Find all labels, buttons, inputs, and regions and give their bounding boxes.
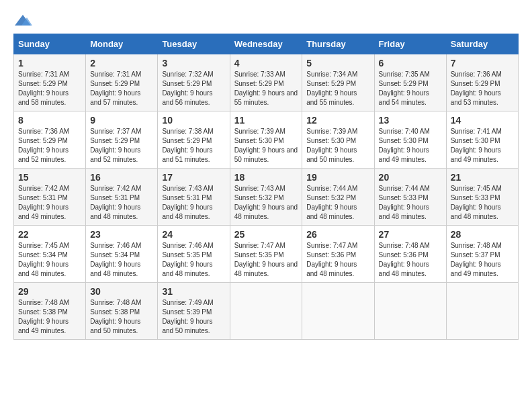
- calendar-cell: 14Sunrise: 7:41 AMSunset: 5:30 PMDayligh…: [446, 111, 518, 169]
- calendar-cell: 7Sunrise: 7:36 AMSunset: 5:29 PMDaylight…: [446, 54, 518, 111]
- day-detail: Sunrise: 7:36 AMSunset: 5:29 PMDaylight:…: [451, 70, 514, 107]
- calendar-week-row: 29Sunrise: 7:48 AMSunset: 5:38 PMDayligh…: [14, 283, 519, 340]
- day-detail: Sunrise: 7:41 AMSunset: 5:30 PMDaylight:…: [451, 127, 514, 165]
- weekday-header-wednesday: Wednesday: [230, 34, 302, 54]
- calendar-week-row: 8Sunrise: 7:36 AMSunset: 5:29 PMDaylight…: [14, 111, 519, 169]
- day-number: 20: [379, 172, 442, 183]
- calendar-cell: 15Sunrise: 7:42 AMSunset: 5:31 PMDayligh…: [14, 169, 86, 226]
- day-number: 11: [234, 115, 298, 126]
- calendar-cell: 26Sunrise: 7:47 AMSunset: 5:36 PMDayligh…: [302, 226, 374, 283]
- calendar-cell: 19Sunrise: 7:44 AMSunset: 5:32 PMDayligh…: [302, 169, 374, 226]
- day-number: 13: [379, 115, 442, 126]
- day-detail: Sunrise: 7:31 AMSunset: 5:29 PMDaylight:…: [90, 70, 153, 107]
- day-detail: Sunrise: 7:33 AMSunset: 5:29 PMDaylight:…: [234, 70, 298, 107]
- day-number: 2: [90, 58, 153, 68]
- day-detail: Sunrise: 7:32 AMSunset: 5:29 PMDaylight:…: [162, 70, 225, 107]
- calendar-cell: 9Sunrise: 7:37 AMSunset: 5:29 PMDaylight…: [86, 111, 158, 169]
- calendar-cell: [374, 283, 446, 340]
- calendar-cell: 22Sunrise: 7:45 AMSunset: 5:34 PMDayligh…: [14, 226, 86, 283]
- calendar-cell: 13Sunrise: 7:40 AMSunset: 5:30 PMDayligh…: [374, 111, 446, 169]
- day-detail: Sunrise: 7:49 AMSunset: 5:39 PMDaylight:…: [162, 298, 225, 336]
- weekday-header-saturday: Saturday: [446, 34, 518, 54]
- calendar-cell: 10Sunrise: 7:38 AMSunset: 5:29 PMDayligh…: [158, 111, 230, 169]
- calendar-cell: 18Sunrise: 7:43 AMSunset: 5:32 PMDayligh…: [230, 169, 302, 226]
- calendar-cell: 28Sunrise: 7:48 AMSunset: 5:37 PMDayligh…: [446, 226, 518, 283]
- day-number: 28: [451, 229, 514, 240]
- calendar-cell: [302, 283, 374, 340]
- day-number: 9: [90, 115, 153, 126]
- day-detail: Sunrise: 7:31 AMSunset: 5:29 PMDaylight:…: [18, 70, 81, 107]
- weekday-header-sunday: Sunday: [14, 34, 86, 54]
- calendar-cell: 11Sunrise: 7:39 AMSunset: 5:30 PMDayligh…: [230, 111, 302, 169]
- day-number: 27: [379, 229, 442, 240]
- calendar-week-row: 1Sunrise: 7:31 AMSunset: 5:29 PMDaylight…: [14, 54, 519, 111]
- day-detail: Sunrise: 7:36 AMSunset: 5:29 PMDaylight:…: [18, 127, 81, 165]
- calendar-cell: [446, 283, 518, 340]
- day-detail: Sunrise: 7:47 AMSunset: 5:35 PMDaylight:…: [234, 241, 298, 279]
- calendar-cell: 4Sunrise: 7:33 AMSunset: 5:29 PMDaylight…: [230, 54, 302, 111]
- day-detail: Sunrise: 7:48 AMSunset: 5:38 PMDaylight:…: [18, 298, 81, 336]
- day-number: 22: [18, 229, 81, 240]
- calendar-week-row: 15Sunrise: 7:42 AMSunset: 5:31 PMDayligh…: [14, 169, 519, 226]
- day-number: 10: [162, 115, 225, 126]
- day-number: 5: [306, 58, 369, 68]
- day-number: 17: [162, 172, 225, 183]
- logo: [13, 13, 34, 28]
- day-number: 29: [18, 286, 81, 297]
- calendar-cell: 30Sunrise: 7:48 AMSunset: 5:38 PMDayligh…: [86, 283, 158, 340]
- calendar-body: 1Sunrise: 7:31 AMSunset: 5:29 PMDaylight…: [14, 54, 519, 340]
- day-detail: Sunrise: 7:48 AMSunset: 5:36 PMDaylight:…: [379, 241, 442, 279]
- calendar: SundayMondayTuesdayWednesdayThursdayFrid…: [13, 34, 519, 340]
- day-number: 7: [451, 58, 514, 68]
- calendar-cell: 31Sunrise: 7:49 AMSunset: 5:39 PMDayligh…: [158, 283, 230, 340]
- calendar-header-row: SundayMondayTuesdayWednesdayThursdayFrid…: [14, 34, 519, 54]
- day-number: 8: [18, 115, 81, 126]
- day-number: 19: [306, 172, 369, 183]
- day-detail: Sunrise: 7:35 AMSunset: 5:29 PMDaylight:…: [379, 70, 442, 107]
- calendar-cell: 29Sunrise: 7:48 AMSunset: 5:38 PMDayligh…: [14, 283, 86, 340]
- day-detail: Sunrise: 7:38 AMSunset: 5:29 PMDaylight:…: [162, 127, 225, 165]
- calendar-cell: 21Sunrise: 7:45 AMSunset: 5:33 PMDayligh…: [446, 169, 518, 226]
- day-number: 23: [90, 229, 153, 240]
- calendar-cell: 12Sunrise: 7:39 AMSunset: 5:30 PMDayligh…: [302, 111, 374, 169]
- day-detail: Sunrise: 7:46 AMSunset: 5:34 PMDaylight:…: [90, 241, 153, 279]
- day-detail: Sunrise: 7:44 AMSunset: 5:32 PMDaylight:…: [306, 184, 369, 222]
- calendar-cell: 8Sunrise: 7:36 AMSunset: 5:29 PMDaylight…: [14, 111, 86, 169]
- day-detail: Sunrise: 7:39 AMSunset: 5:30 PMDaylight:…: [306, 127, 369, 165]
- day-number: 26: [306, 229, 369, 240]
- day-number: 25: [234, 229, 298, 240]
- calendar-cell: 24Sunrise: 7:46 AMSunset: 5:35 PMDayligh…: [158, 226, 230, 283]
- day-number: 14: [451, 115, 514, 126]
- day-number: 18: [234, 172, 298, 183]
- day-detail: Sunrise: 7:40 AMSunset: 5:30 PMDaylight:…: [379, 127, 442, 165]
- day-number: 30: [90, 286, 153, 297]
- calendar-cell: 2Sunrise: 7:31 AMSunset: 5:29 PMDaylight…: [86, 54, 158, 111]
- day-number: 3: [162, 58, 225, 68]
- day-detail: Sunrise: 7:42 AMSunset: 5:31 PMDaylight:…: [18, 184, 81, 222]
- calendar-cell: 3Sunrise: 7:32 AMSunset: 5:29 PMDaylight…: [158, 54, 230, 111]
- calendar-cell: 20Sunrise: 7:44 AMSunset: 5:33 PMDayligh…: [374, 169, 446, 226]
- calendar-cell: 27Sunrise: 7:48 AMSunset: 5:36 PMDayligh…: [374, 226, 446, 283]
- weekday-header-friday: Friday: [374, 34, 446, 54]
- calendar-cell: [230, 283, 302, 340]
- day-number: 6: [379, 58, 442, 68]
- day-detail: Sunrise: 7:43 AMSunset: 5:32 PMDaylight:…: [234, 184, 298, 222]
- header: [13, 13, 519, 28]
- calendar-cell: 23Sunrise: 7:46 AMSunset: 5:34 PMDayligh…: [86, 226, 158, 283]
- day-detail: Sunrise: 7:46 AMSunset: 5:35 PMDaylight:…: [162, 241, 225, 279]
- day-number: 21: [451, 172, 514, 183]
- weekday-header-tuesday: Tuesday: [158, 34, 230, 54]
- day-detail: Sunrise: 7:48 AMSunset: 5:38 PMDaylight:…: [90, 298, 153, 336]
- day-detail: Sunrise: 7:43 AMSunset: 5:31 PMDaylight:…: [162, 184, 225, 222]
- day-number: 4: [234, 58, 298, 68]
- calendar-week-row: 22Sunrise: 7:45 AMSunset: 5:34 PMDayligh…: [14, 226, 519, 283]
- day-number: 12: [306, 115, 369, 126]
- day-detail: Sunrise: 7:44 AMSunset: 5:33 PMDaylight:…: [379, 184, 442, 222]
- calendar-cell: 16Sunrise: 7:42 AMSunset: 5:31 PMDayligh…: [86, 169, 158, 226]
- day-detail: Sunrise: 7:45 AMSunset: 5:33 PMDaylight:…: [451, 184, 514, 222]
- day-detail: Sunrise: 7:42 AMSunset: 5:31 PMDaylight:…: [90, 184, 153, 222]
- day-number: 16: [90, 172, 153, 183]
- day-detail: Sunrise: 7:47 AMSunset: 5:36 PMDaylight:…: [306, 241, 369, 279]
- day-detail: Sunrise: 7:37 AMSunset: 5:29 PMDaylight:…: [90, 127, 153, 165]
- day-number: 15: [18, 172, 81, 183]
